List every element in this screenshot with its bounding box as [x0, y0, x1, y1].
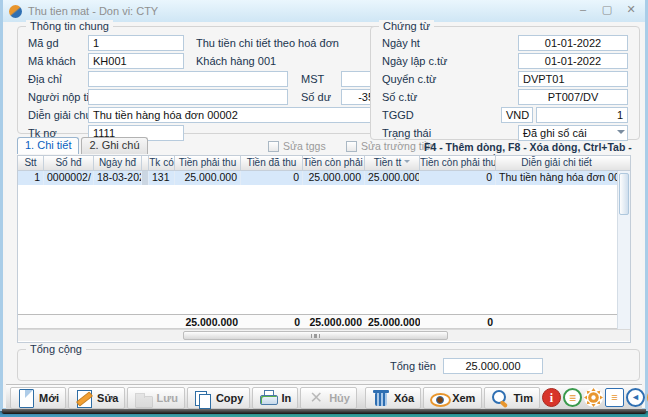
total-tien-tt: 25.000.000 [365, 315, 420, 328]
grid-totals-row: 25.000.000 0 25.000.000 25.000.000 0 [18, 314, 630, 329]
notes-icon[interactable]: ≡ [605, 388, 624, 407]
general-info-group-title: Thông tin chung [26, 20, 113, 32]
horizontal-scrollbar[interactable] [18, 329, 630, 341]
trang-thai-value: Đã ghi sổ cái [523, 127, 587, 139]
find-button[interactable]: Tìm [484, 387, 540, 409]
record-navigation: i ≡ ≡ ◄ ◄ ► ► ? [542, 388, 648, 407]
close-button[interactable]: ✕ [619, 0, 643, 18]
cell-so-hd[interactable]: 0000002/ [44, 171, 94, 185]
window-bottom-shadow [2, 409, 646, 414]
col-header-tien-con-phai-thu-2[interactable]: Tiền còn phải thu 2 [420, 156, 496, 170]
tong-tien-input[interactable]: 25.000.000 [443, 358, 543, 374]
cell-tien-phai-thu[interactable]: 25.000.000 [175, 171, 241, 185]
printer-icon [259, 389, 277, 407]
cell-tk-co[interactable]: 131 [149, 171, 175, 185]
ngay-lap-ctu-label: Ngày lập c.từ [382, 55, 447, 67]
col-header-dien-giai-chi-tiet[interactable]: Diễn giải chi tiết [496, 156, 617, 170]
total-tien-con-phai-thu-2: 0 [420, 315, 496, 328]
trang-thai-label: Trạng thái [382, 127, 431, 139]
cell-tien-tt[interactable]: 25.000.000 [365, 171, 420, 185]
grid-empty-area[interactable] [18, 185, 630, 314]
tggd-rate-input[interactable]: 1 [536, 107, 628, 123]
magnifier-icon [491, 389, 509, 407]
total-tien-phai-thu: 25.000.000 [175, 315, 241, 328]
cell-tien-con-phai-thu[interactable]: 25.000.000 [303, 171, 365, 185]
col-header-tien-tt[interactable]: Tiền tt [365, 156, 420, 170]
col-header-so-hd[interactable]: Số hđ [44, 156, 94, 170]
col-header-ngay-hd[interactable]: Ngày hđ [94, 156, 142, 170]
quyen-ctu-input[interactable]: DVPT01 [518, 71, 628, 87]
save-button[interactable]: Lưu [127, 387, 184, 409]
print-button[interactable]: In [252, 387, 298, 409]
sua-tggs-label: Sửa tggs [283, 140, 326, 152]
ngay-lap-ctu-input[interactable]: 01-01-2022 [518, 53, 628, 69]
first-record-icon[interactable]: ◄ [626, 388, 645, 407]
ngay-ht-label: Ngày ht [382, 37, 420, 49]
tggd-label: TGGD [382, 109, 414, 121]
sua-truong-tien-option[interactable]: Sửa trường tiền [346, 140, 436, 152]
total-group-title: Tổng cộng [26, 343, 86, 355]
ngay-ht-input[interactable]: 01-01-2022 [518, 35, 628, 51]
col-header-tk-co[interactable]: Tk có [149, 156, 175, 170]
edit-button[interactable]: Sửa [68, 387, 125, 409]
tab-ghi-chu[interactable]: 2. Ghi chú [81, 137, 147, 154]
window-title: Thu tien mat - Don vi: CTY [28, 5, 158, 17]
tab-chi-tiet[interactable]: 1. Chi tiết [17, 137, 79, 154]
ma-gd-input[interactable]: 1 [88, 35, 184, 51]
so-du-label: Số dư [301, 91, 331, 103]
copy-icon [194, 389, 212, 407]
tggd-currency-input[interactable]: VND [501, 107, 533, 123]
cell-tien-con-phai-thu-2[interactable]: 0 [420, 171, 496, 185]
settings-gear-icon[interactable] [584, 388, 603, 407]
dia-chi-input[interactable] [88, 71, 288, 87]
chevron-down-icon [617, 130, 625, 138]
save-folder-icon [134, 389, 152, 407]
delete-button[interactable]: Xóa [365, 387, 421, 409]
vertical-scrollbar[interactable] [617, 171, 630, 329]
new-button[interactable]: Mới [10, 387, 66, 409]
col-header-tien-da-thu[interactable]: Tiền đã thu [241, 156, 303, 170]
cell-tien-da-thu[interactable]: 0 [241, 171, 303, 185]
total-tien-con-phai-thu: 25.000.000 [303, 315, 365, 328]
horizontal-scrollbar-thumb[interactable] [183, 331, 448, 340]
col-header-tien-phai-thu[interactable]: Tiền phải thu [175, 156, 241, 170]
cell-ngay-hd[interactable]: 18-03-2021 [94, 171, 142, 185]
minimize-button[interactable]: – [571, 0, 595, 18]
vertical-scrollbar-thumb[interactable] [619, 173, 629, 215]
list-icon[interactable]: ≡ [563, 388, 582, 407]
table-row[interactable]: 1 0000002/ 18-03-2021 131 25.000.000 0 2… [18, 171, 630, 185]
edit-icon [75, 389, 93, 407]
total-group: Tổng cộng Tổng tiền 25.000.000 [17, 349, 640, 381]
trang-thai-select[interactable]: Đã ghi sổ cái [518, 125, 628, 141]
col-header-spacer[interactable] [142, 156, 149, 170]
nguoi-nop-tien-input[interactable] [88, 89, 288, 105]
app-window: Thu tien mat - Don vi: CTY – ▢ ✕ Thông t… [0, 0, 648, 411]
col-header-stt[interactable]: Stt [18, 156, 44, 170]
view-button[interactable]: Xem [423, 387, 482, 409]
ma-khach-description: Khách hàng 001 [196, 55, 276, 67]
ma-khach-label: Mã khách [28, 55, 76, 67]
copy-button[interactable]: Copy [187, 387, 251, 409]
sua-tggs-checkbox[interactable] [268, 141, 279, 152]
document-group-title: Chứng từ [379, 20, 434, 32]
info-icon[interactable]: i [542, 388, 561, 407]
ma-gd-label: Mã gd [28, 37, 59, 49]
so-ctu-label: Số c.từ [382, 91, 418, 103]
sua-truong-tien-checkbox[interactable] [346, 141, 357, 152]
mst-label: MST [301, 73, 324, 85]
cancel-button[interactable]: ✕Hủy [300, 387, 357, 409]
cell-spacer[interactable] [142, 171, 149, 185]
sua-tggs-option[interactable]: Sửa tggs [268, 140, 326, 152]
total-tien-da-thu: 0 [241, 315, 303, 328]
trash-icon [372, 389, 390, 407]
cell-stt[interactable]: 1 [18, 171, 44, 185]
cell-dien-giai-chi-tiet[interactable]: Thu tiền hàng hóa đơn 00002 [496, 171, 617, 185]
tab-strip: 1. Chi tiết 2. Ghi chú [17, 137, 150, 154]
maximize-button[interactable]: ▢ [595, 0, 619, 18]
ma-khach-input[interactable]: KH001 [88, 53, 184, 69]
bottom-toolbar: Mới Sửa Lưu Copy In ✕Hủy Xóa Xem Tìm i ≡… [6, 384, 642, 410]
col-header-tien-con-phai-thu[interactable]: Tiền còn phải t [303, 156, 365, 170]
quyen-ctu-label: Quyển c.từ [382, 73, 436, 85]
so-ctu-input[interactable]: PT007/DV [518, 89, 628, 105]
title-bar[interactable]: Thu tien mat - Don vi: CTY – ▢ ✕ [3, 0, 645, 22]
